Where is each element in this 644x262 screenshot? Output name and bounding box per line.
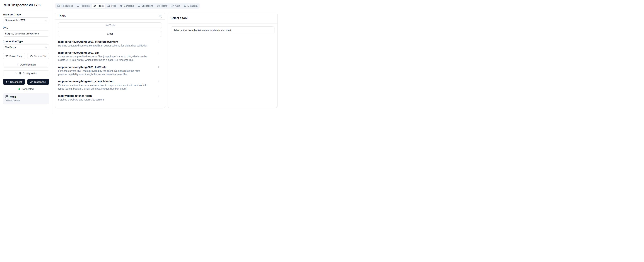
tools-panel-body: List Tools Clear mcp-server-everything-3… (55, 20, 165, 108)
status-label: Connected (22, 88, 34, 90)
transport-type-select[interactable]: Streamable HTTP (3, 17, 49, 23)
transport-type-label: Transport Type (3, 13, 49, 16)
tabbar: Resources Prompts Tools Ping Sampling El… (55, 3, 200, 9)
connection-status: Connected (3, 88, 49, 90)
hammer-icon (93, 5, 96, 7)
chevron-right-icon (16, 63, 19, 66)
rotate-ccw-icon (6, 81, 9, 83)
bell-icon (107, 5, 110, 7)
chevron-right-icon (158, 51, 160, 54)
copy-icon (6, 55, 8, 57)
tab-metadata[interactable]: Metadata (182, 4, 199, 8)
tool-name: mcp-server-everything-3001_structuredCon… (58, 40, 151, 43)
connection-buttons: Reconnect Disconnect (3, 79, 49, 85)
disconnect-button[interactable]: Disconnect (27, 79, 50, 85)
chevrons-up-down-icon (45, 19, 47, 22)
list-tools-button[interactable]: List Tools (58, 23, 162, 28)
main-content: Resources Prompts Tools Ping Sampling El… (52, 0, 280, 114)
reconnect-button[interactable]: Reconnect (3, 79, 25, 85)
message-square-icon (138, 5, 140, 7)
reconnect-label: Reconnect (10, 81, 22, 83)
tool-name: mcp-website-fetcher_fetch (58, 94, 151, 97)
tab-auth[interactable]: Auth (169, 4, 182, 8)
tool-description: Elicitation test tool that demonstrates … (58, 84, 149, 90)
connection-type-value: Via Proxy (5, 46, 16, 49)
tab-prompts[interactable]: Prompts (75, 4, 91, 8)
server-name: rmcp (10, 95, 16, 98)
chevron-right-icon (158, 80, 160, 83)
transport-type-value: Streamable HTTP (5, 19, 25, 22)
server-info-card: rmcp Version: 0.8.5 (3, 93, 49, 104)
tool-list-item[interactable]: mcp-server-everything-3001_listRoots Lis… (58, 66, 162, 76)
connection-type-label: Connection Type (3, 40, 49, 43)
hash-icon (120, 5, 123, 7)
panels: Tools List Tools Clear mcp-server-everyt… (55, 13, 278, 108)
chevron-right-icon (158, 40, 160, 43)
tool-detail-header: Select a tool (168, 13, 277, 24)
servers-file-label: Servers File (34, 55, 46, 57)
clear-button[interactable]: Clear (58, 31, 162, 37)
tab-resources[interactable]: Resources (56, 4, 75, 8)
tool-list-item[interactable]: mcp-server-everything-3001_structuredCon… (58, 40, 162, 47)
url-label: URL (3, 26, 49, 29)
disconnect-label: Disconnect (34, 81, 46, 83)
copy-icon (30, 55, 32, 57)
chevrons-up-down-icon (45, 46, 47, 48)
tool-name: mcp-server-everything-3001_zip (58, 51, 151, 54)
tools-panel: Tools List Tools Clear mcp-server-everyt… (55, 13, 165, 108)
tool-description: Lists the current MCP roots provided by … (58, 69, 149, 76)
connection-type-select[interactable]: Via Proxy (3, 44, 49, 50)
sidebar-body: Transport Type Streamable HTTP URL Conne… (0, 10, 52, 104)
tool-name: mcp-server-everything-3001_startElicitat… (58, 80, 151, 83)
tools-panel-header: Tools (55, 13, 165, 20)
tool-list-item[interactable]: mcp-server-everything-3001_startElicitat… (58, 80, 162, 90)
servers-file-button[interactable]: Servers File (27, 53, 50, 59)
app-root: MCP Inspector v0.17.5 Transport Type Str… (0, 0, 280, 114)
tool-detail-title: Select a tool (170, 17, 188, 20)
gear-icon (184, 5, 186, 7)
unplug-icon (30, 81, 33, 83)
server-icon (5, 95, 8, 98)
tool-detail-placeholder: Select a tool from the list to view its … (170, 26, 274, 34)
tool-description: Compresses the provided resource files (… (58, 55, 149, 62)
chevron-right-icon (158, 94, 160, 97)
tool-description: Returns structured content along with an… (58, 44, 149, 47)
tool-detail-panel: Select a tool Select a tool from the lis… (168, 13, 278, 108)
authentication-toggle[interactable]: Authentication (3, 62, 49, 67)
configuration-label: Configuration (23, 72, 37, 75)
tab-elicitations[interactable]: Elicitations (136, 4, 155, 8)
sidebar-header: MCP Inspector v0.17.5 (0, 0, 52, 10)
search-icon[interactable] (159, 15, 162, 18)
tool-detail-body: Select a tool from the list to view its … (168, 24, 277, 37)
tool-name: mcp-server-everything-3001_listRoots (58, 66, 151, 69)
tool-list-item[interactable]: mcp-website-fetcher_fetch Fetches a webs… (58, 94, 162, 101)
tool-list-item[interactable]: mcp-server-everything-3001_zip Compresse… (58, 51, 162, 62)
tool-list: mcp-server-everything-3001_structuredCon… (58, 40, 162, 101)
tools-panel-title: Tools (58, 15, 66, 18)
folder-tree-icon (157, 5, 160, 7)
tab-tools[interactable]: Tools (92, 4, 105, 8)
tab-roots[interactable]: Roots (155, 4, 169, 8)
gear-icon (19, 72, 22, 75)
tab-sampling[interactable]: Sampling (118, 4, 136, 8)
server-config-buttons: Server Entry Servers File (3, 53, 49, 59)
authentication-label: Authentication (20, 63, 36, 66)
server-version: Version: 0.8.5 (5, 99, 47, 102)
sidebar: MCP Inspector v0.17.5 Transport Type Str… (0, 0, 52, 114)
tab-ping[interactable]: Ping (106, 4, 118, 8)
app-title: MCP Inspector v0.17.5 (4, 3, 40, 7)
chevron-right-icon (15, 72, 17, 74)
server-entry-button[interactable]: Server Entry (3, 53, 25, 59)
configuration-toggle[interactable]: Configuration (3, 70, 49, 76)
tool-description: Fetches a website and returns its conten… (58, 98, 149, 101)
url-input[interactable] (3, 31, 49, 37)
status-dot (18, 88, 20, 90)
chevron-right-icon (158, 66, 160, 68)
key-icon (171, 5, 174, 7)
message-square-icon (77, 5, 80, 7)
server-entry-label: Server Entry (10, 55, 22, 57)
files-icon (57, 5, 60, 7)
